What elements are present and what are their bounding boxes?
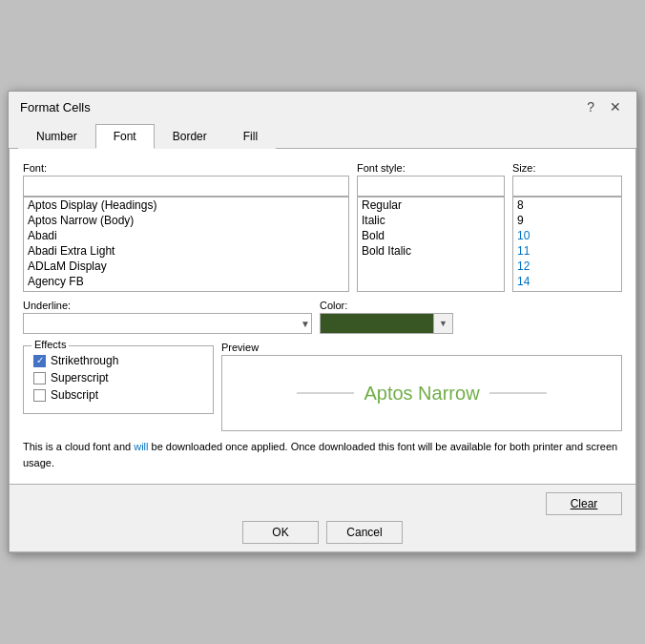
list-item[interactable]: Abadi <box>24 228 348 243</box>
cancel-button[interactable]: Cancel <box>326 521 403 544</box>
effects-column: Effects ✓ Strikethrough Superscript Subs… <box>23 342 214 431</box>
font-style-list[interactable]: Regular Italic Bold Bold Italic <box>357 197 505 292</box>
list-item[interactable]: 8 <box>513 197 621 213</box>
clear-button[interactable]: Clear <box>546 492 622 515</box>
list-item[interactable]: 11 <box>513 243 621 259</box>
ok-cancel-row: OK Cancel <box>23 521 622 544</box>
size-list[interactable]: 8 9 10 11 12 14 <box>512 197 622 292</box>
list-item[interactable]: ADLaM Display <box>24 259 348 274</box>
effects-preview-row: Effects ✓ Strikethrough Superscript Subs… <box>23 342 622 431</box>
size-input[interactable] <box>512 176 622 197</box>
tab-fill[interactable]: Fill <box>225 124 276 149</box>
list-item[interactable]: 10 <box>513 228 621 243</box>
font-column: Font: Aptos Display (Headings) Aptos Nar… <box>23 162 349 292</box>
underline-column: Underline: Single Double ▼ <box>23 300 312 334</box>
list-item[interactable]: Regular <box>358 197 504 213</box>
tab-content: Font: Aptos Display (Headings) Aptos Nar… <box>9 149 636 484</box>
list-item[interactable]: Agency FB <box>24 274 348 289</box>
list-item[interactable]: 14 <box>513 274 621 289</box>
size-column: Size: 8 9 10 11 12 14 <box>512 162 622 292</box>
font-input[interactable] <box>23 176 349 197</box>
superscript-checkbox[interactable] <box>33 372 46 384</box>
list-item[interactable]: Bold <box>358 228 504 243</box>
list-item[interactable]: Italic <box>358 213 504 228</box>
preview-label: Preview <box>221 342 622 353</box>
font-style-input[interactable] <box>357 176 505 197</box>
list-item[interactable]: 12 <box>513 259 621 274</box>
preview-lines: Aptos Narrow <box>222 383 621 405</box>
underline-select-wrap: Single Double ▼ <box>23 313 312 334</box>
color-label: Color: <box>320 300 622 311</box>
tab-number[interactable]: Number <box>18 124 95 149</box>
color-dropdown-icon[interactable]: ▼ <box>433 314 452 333</box>
help-button[interactable]: ? <box>581 97 600 116</box>
subscript-checkbox[interactable] <box>33 389 46 402</box>
font-row: Font: Aptos Display (Headings) Aptos Nar… <box>23 162 622 292</box>
preview-text: Aptos Narrow <box>354 383 489 405</box>
preview-box: Aptos Narrow <box>221 355 622 431</box>
font-style-column: Font style: Regular Italic Bold Bold Ita… <box>357 162 505 292</box>
color-swatch <box>321 314 433 333</box>
list-item[interactable]: Bold Italic <box>358 243 504 259</box>
preview-column: Preview Aptos Narrow <box>221 342 622 431</box>
info-text: This is a cloud font and will be downloa… <box>23 439 622 470</box>
format-cells-dialog: Format Cells ? ✕ Number Font Border Fill… <box>8 91 637 553</box>
list-item[interactable]: Aptos Display (Headings) <box>24 197 348 213</box>
dialog-title: Format Cells <box>20 100 91 114</box>
title-bar: Format Cells ? ✕ <box>9 92 636 120</box>
clear-row: Clear <box>23 492 622 515</box>
underline-label: Underline: <box>23 300 312 311</box>
effects-group-label: Effects <box>31 339 69 350</box>
subscript-label: Subscript <box>51 388 98 402</box>
color-button[interactable]: ▼ <box>320 313 453 334</box>
check-icon: ✓ <box>36 356 44 365</box>
font-style-label: Font style: <box>357 162 505 174</box>
preview-line-left <box>297 393 354 394</box>
underline-select[interactable]: Single Double <box>23 313 312 334</box>
superscript-label: Superscript <box>51 371 109 384</box>
underline-color-row: Underline: Single Double ▼ Color: ▼ <box>23 300 622 334</box>
list-item[interactable]: Aptos Narrow (Body) <box>24 213 348 228</box>
bottom-bar: Clear OK Cancel <box>9 484 636 552</box>
color-column: Color: ▼ <box>320 300 622 334</box>
strikethrough-label: Strikethrough <box>51 354 118 367</box>
strikethrough-row: ✓ Strikethrough <box>33 354 203 367</box>
strikethrough-checkbox[interactable]: ✓ <box>33 355 46 367</box>
title-text: Format Cells <box>20 100 91 114</box>
title-bar-buttons: ? ✕ <box>581 97 627 116</box>
list-item[interactable]: 9 <box>513 213 621 228</box>
info-link[interactable]: will <box>134 441 148 452</box>
preview-line-right <box>489 393 547 394</box>
subscript-row: Subscript <box>33 388 203 402</box>
close-button[interactable]: ✕ <box>604 97 627 116</box>
superscript-row: Superscript <box>33 371 203 384</box>
size-label: Size: <box>512 162 622 174</box>
tab-border[interactable]: Border <box>155 124 225 149</box>
tab-bar: Number Font Border Fill <box>9 124 636 149</box>
font-list[interactable]: Aptos Display (Headings) Aptos Narrow (B… <box>23 197 349 292</box>
tab-font[interactable]: Font <box>95 124 155 149</box>
ok-button[interactable]: OK <box>242 521 319 544</box>
font-label: Font: <box>23 162 349 174</box>
effects-group: Effects ✓ Strikethrough Superscript Subs… <box>23 345 214 414</box>
list-item[interactable]: Abadi Extra Light <box>24 243 348 259</box>
